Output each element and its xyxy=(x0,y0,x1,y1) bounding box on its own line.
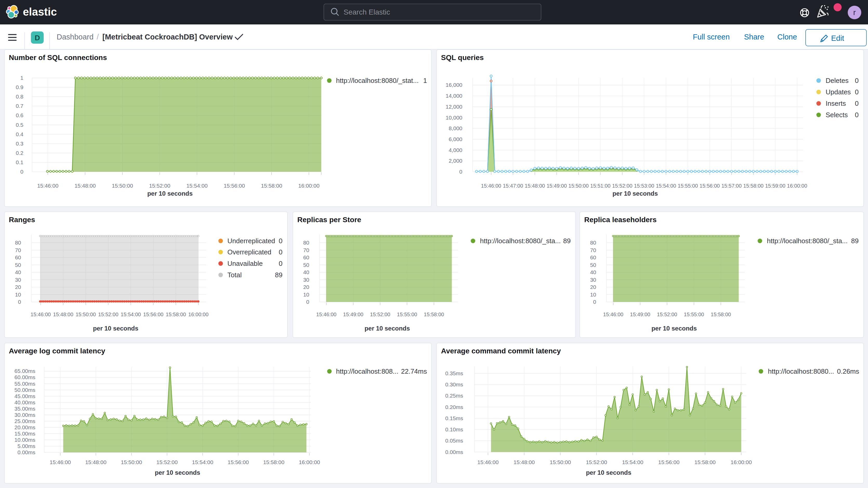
svg-text:Number of SQL connections: Number of SQL connections xyxy=(9,54,107,62)
svg-text:50.00ms: 50.00ms xyxy=(14,387,35,393)
svg-text:per 10 seconds: per 10 seconds xyxy=(155,469,200,476)
svg-text:Overreplicated: Overreplicated xyxy=(227,248,271,256)
svg-text:15:47:00: 15:47:00 xyxy=(503,183,523,189)
svg-text:15:56:00: 15:56:00 xyxy=(658,459,680,465)
svg-text:4,000: 4,000 xyxy=(448,147,462,153)
svg-text:0.2: 0.2 xyxy=(16,150,23,156)
svg-text:45.00ms: 45.00ms xyxy=(14,393,35,399)
svg-text:0.15ms: 0.15ms xyxy=(445,415,463,421)
svg-text:Ranges: Ranges xyxy=(9,216,35,224)
svg-text:25.00ms: 25.00ms xyxy=(14,418,35,424)
svg-text:16,000: 16,000 xyxy=(446,82,462,88)
svg-text:60: 60 xyxy=(590,254,596,261)
svg-text:15:46:00: 15:46:00 xyxy=(481,183,501,189)
svg-text:Dashboard: Dashboard xyxy=(57,33,94,41)
svg-text:15:55:00: 15:55:00 xyxy=(397,311,417,317)
svg-text:15:52:00: 15:52:00 xyxy=(98,311,119,317)
svg-text:0.00ms: 0.00ms xyxy=(445,449,463,455)
svg-text:89: 89 xyxy=(851,237,859,245)
svg-text:0.10ms: 0.10ms xyxy=(445,426,463,432)
svg-text:70: 70 xyxy=(303,247,309,253)
svg-text:70: 70 xyxy=(590,247,596,253)
svg-text:65.00ms: 65.00ms xyxy=(14,368,35,374)
svg-text:10,000: 10,000 xyxy=(446,115,462,121)
svg-text:Unavailable: Unavailable xyxy=(227,260,263,267)
svg-text:15:50:00: 15:50:00 xyxy=(568,183,589,189)
svg-text:Replicas per Store: Replicas per Store xyxy=(297,216,361,224)
svg-text:15.00ms: 15.00ms xyxy=(14,431,35,436)
svg-text:5.00ms: 5.00ms xyxy=(18,443,35,449)
svg-text:Share: Share xyxy=(744,33,764,41)
svg-text:http://localhost:808...: http://localhost:808... xyxy=(336,367,398,375)
svg-text:0.00ms: 0.00ms xyxy=(18,449,35,455)
svg-text:0: 0 xyxy=(20,169,23,175)
svg-text:Clone: Clone xyxy=(777,33,797,41)
svg-text:Updates: Updates xyxy=(826,88,851,96)
svg-text:22.74ms: 22.74ms xyxy=(401,367,427,375)
svg-text:14,000: 14,000 xyxy=(446,93,462,99)
svg-text:15:54:00: 15:54:00 xyxy=(656,183,676,189)
svg-text:16:00:00: 16:00:00 xyxy=(731,459,752,465)
svg-text:0: 0 xyxy=(855,88,859,96)
svg-text:per 10 seconds: per 10 seconds xyxy=(613,190,658,197)
svg-text:15:52:00: 15:52:00 xyxy=(612,183,632,189)
svg-text:20: 20 xyxy=(15,284,21,290)
svg-text:15:48:00: 15:48:00 xyxy=(514,459,535,465)
svg-text:15:58:00: 15:58:00 xyxy=(263,459,285,465)
svg-text:[Metricbeat CockroachDB] Overv: [Metricbeat CockroachDB] Overview xyxy=(102,33,233,41)
svg-text:6,000: 6,000 xyxy=(448,136,462,142)
svg-text:15:52:00: 15:52:00 xyxy=(156,459,178,465)
svg-text:Average command commit latency: Average command commit latency xyxy=(441,347,561,355)
svg-text:1: 1 xyxy=(20,75,23,81)
svg-text:15:52:00: 15:52:00 xyxy=(149,183,170,189)
svg-text:15:54:00: 15:54:00 xyxy=(186,183,208,189)
svg-text:http://localhost:8080...: http://localhost:8080... xyxy=(768,367,834,375)
svg-text:89: 89 xyxy=(563,237,571,245)
svg-text:0: 0 xyxy=(279,248,282,256)
svg-text:40.00ms: 40.00ms xyxy=(14,399,35,405)
svg-text:15:55:00: 15:55:00 xyxy=(684,311,704,317)
svg-text:50: 50 xyxy=(590,262,596,268)
svg-text:8,000: 8,000 xyxy=(448,125,462,131)
svg-text:0.05ms: 0.05ms xyxy=(445,437,463,444)
svg-text:15:49:00: 15:49:00 xyxy=(343,311,363,317)
svg-text:15:56:00: 15:56:00 xyxy=(228,459,249,465)
svg-text:0.4: 0.4 xyxy=(16,131,24,137)
svg-text:15:49:00: 15:49:00 xyxy=(630,311,650,317)
svg-text:15:48:00: 15:48:00 xyxy=(53,311,73,317)
svg-text:/: / xyxy=(97,33,99,41)
svg-text:40: 40 xyxy=(15,269,21,275)
svg-text:per 10 seconds: per 10 seconds xyxy=(652,325,697,332)
svg-text:15:50:00: 15:50:00 xyxy=(112,183,133,189)
svg-text:80: 80 xyxy=(15,240,21,246)
svg-text:0.30ms: 0.30ms xyxy=(445,382,463,388)
svg-text:Full screen: Full screen xyxy=(693,33,730,41)
svg-text:80: 80 xyxy=(590,240,596,246)
svg-text:0.8: 0.8 xyxy=(16,94,23,99)
svg-text:15:52:00: 15:52:00 xyxy=(657,311,677,317)
svg-text:per 10 seconds: per 10 seconds xyxy=(147,190,193,197)
svg-text:r: r xyxy=(853,8,856,17)
svg-text:15:50:00: 15:50:00 xyxy=(75,311,96,317)
svg-text:15:58:00: 15:58:00 xyxy=(694,459,716,465)
svg-text:16:00:00: 16:00:00 xyxy=(299,459,320,465)
svg-text:0.3: 0.3 xyxy=(16,141,23,147)
svg-text:15:54:00: 15:54:00 xyxy=(121,311,141,317)
svg-text:15:46:00: 15:46:00 xyxy=(477,459,499,465)
svg-text:30: 30 xyxy=(15,277,21,283)
svg-text:10: 10 xyxy=(303,292,309,298)
svg-text:15:58:00: 15:58:00 xyxy=(261,183,282,189)
svg-text:15:48:00: 15:48:00 xyxy=(85,459,106,465)
svg-text:10: 10 xyxy=(15,292,21,298)
svg-text:60.00ms: 60.00ms xyxy=(14,374,35,380)
svg-text:Replica leaseholders: Replica leaseholders xyxy=(584,216,657,224)
svg-text:15:56:00: 15:56:00 xyxy=(143,311,163,317)
svg-text:Edit: Edit xyxy=(831,34,844,42)
svg-text:15:54:00: 15:54:00 xyxy=(192,459,213,465)
svg-text:0: 0 xyxy=(855,111,859,119)
svg-text:15:54:00: 15:54:00 xyxy=(622,459,644,465)
svg-text:50: 50 xyxy=(15,262,21,268)
svg-text:60: 60 xyxy=(15,254,21,261)
svg-text:Underreplicated: Underreplicated xyxy=(227,237,275,245)
svg-text:0: 0 xyxy=(855,77,859,85)
